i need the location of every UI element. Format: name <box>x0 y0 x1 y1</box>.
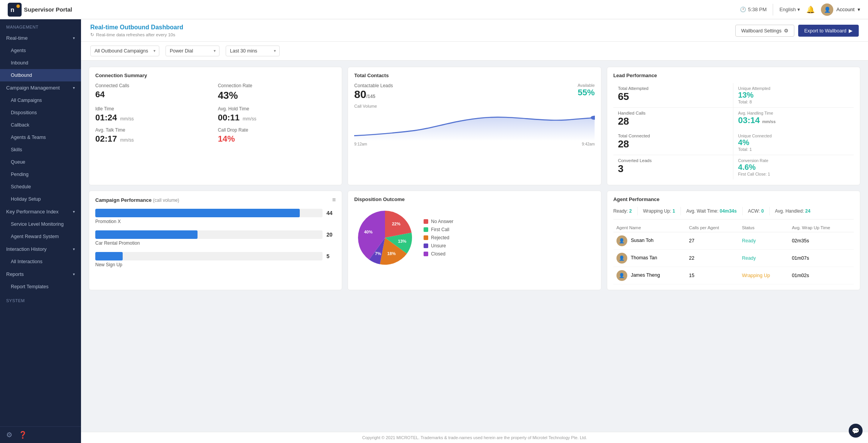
chevron-down-icon: ▾ <box>858 7 860 12</box>
topbar-right: 🕐 5:38 PM English ▾ 🔔 👤 Account ▾ <box>740 3 860 16</box>
sidebar-item-reports[interactable]: Reports ▾ <box>0 268 81 281</box>
campaign-title: Campaign Performance (call volume) <box>95 197 179 203</box>
wallboard-settings-button[interactable]: Wallboard Settings ⚙ <box>735 25 794 37</box>
svg-point-2 <box>17 4 20 8</box>
col-status: Status <box>739 223 789 232</box>
agent-name: Thomas Tan <box>631 255 657 260</box>
legend-item: Closed <box>424 251 453 257</box>
export-label: Export to Wallboard <box>804 28 846 34</box>
unique-attempted-total: Total: 8 <box>738 100 849 104</box>
topbar-left: n Supervisor Portal <box>8 3 72 17</box>
sidebar-item-dispositions[interactable]: Dispositions <box>0 107 81 119</box>
calls-per-agent-cell: 15 <box>686 267 739 284</box>
contactable-info: Contactable Leads 80/145 <box>354 83 393 101</box>
chevron-down-icon: ▾ <box>797 7 800 12</box>
notification-bell[interactable]: 🔔 <box>806 5 815 14</box>
connection-rate-label: Connection Rate <box>218 83 336 88</box>
agent-name: James Theng <box>631 272 660 278</box>
idle-time-item: Idle Time 01:24 mm/ss <box>95 106 213 123</box>
time-value: 5:38 PM <box>748 7 767 12</box>
avg-talk-label: Avg. Talk Time <box>95 127 213 133</box>
legend-item: Unsure <box>424 243 453 249</box>
export-wallboard-button[interactable]: Export to Wallboard ▶ <box>798 25 859 37</box>
sidebar-item-all-interactions[interactable]: All Interactions <box>0 255 81 268</box>
filters-bar: All Outbound Campaigns Power Dial Last 3… <box>81 42 868 61</box>
total-contacts-card: Total Contacts Contactable Leads 80/145 … <box>348 67 601 185</box>
agent-stats-row: Ready: 2 Wrapping Up: 1 Avg. Wait Time: … <box>613 207 854 220</box>
sidebar-item-kpi[interactable]: Key Performance Index ▾ <box>0 205 81 218</box>
total-attempted-cell: Total Attempted 65 <box>613 83 734 108</box>
campaign-filter[interactable]: All Outbound Campaigns <box>90 46 159 56</box>
dashboard: Connection Summary Connected Calls 64 Co… <box>81 61 868 432</box>
idle-time-label: Idle Time <box>95 106 213 112</box>
total-connected-cell: Total Connected 28 <box>613 130 734 155</box>
sidebar-item-interaction[interactable]: Interaction History ▾ <box>0 243 81 255</box>
sidebar-item-queue[interactable]: Queue <box>0 156 81 168</box>
unique-connected-pct: 4% <box>738 138 849 147</box>
chart-label: Call Volume <box>354 104 594 108</box>
settings-icon[interactable]: ⚙ <box>6 431 12 439</box>
dial-mode-filter[interactable]: Power Dial <box>165 46 220 56</box>
sidebar-item-agents-teams[interactable]: Agents & Teams <box>0 131 81 144</box>
sidebar-label-agents-teams: Agents & Teams <box>11 135 46 140</box>
col-agent-name: Agent Name <box>613 223 686 232</box>
sidebar-item-campaign-mgmt[interactable]: Campaign Management ▾ <box>0 81 81 94</box>
campaign-bar-item: 5 New Sign Up <box>95 252 336 267</box>
sidebar-item-agent-reward[interactable]: Agent Reward System <box>0 230 81 243</box>
call-volume-chart: Call Volume <box>354 104 594 135</box>
wrapping-stat: Wrapping Up: 1 <box>638 207 681 215</box>
sidebar-item-inbound[interactable]: Inbound <box>0 57 81 69</box>
sidebar-item-skills[interactable]: Skills <box>0 144 81 156</box>
campaign-header: Campaign Performance (call volume) ≡ <box>95 196 336 203</box>
account-button[interactable]: 👤 Account ▾ <box>821 3 860 16</box>
chat-bubble-button[interactable]: 💬 <box>849 424 863 438</box>
status-cell: Ready <box>739 232 789 250</box>
call-drop-item: Call Drop Rate 14% <box>218 127 336 144</box>
dashboard-row-1: Connection Summary Connected Calls 64 Co… <box>89 67 860 185</box>
sidebar-label-queue: Queue <box>11 159 25 165</box>
time-range-filter[interactable]: Last 30 mins <box>226 46 280 56</box>
filter-icon[interactable]: ≡ <box>332 196 336 203</box>
ready-stat: Ready: 2 <box>613 207 638 215</box>
sidebar-item-report-templates[interactable]: Report Templates <box>0 281 81 293</box>
svg-text:22%: 22% <box>392 222 400 226</box>
sidebar-label-all-interactions: All Interactions <box>11 259 42 264</box>
sidebar-label-agent-reward: Agent Reward System <box>11 234 59 239</box>
sidebar-item-slm[interactable]: Service Level Monitoring <box>0 218 81 230</box>
unique-connected-total: Total: 1 <box>738 147 849 152</box>
sidebar-label-realtime: Real-time <box>6 35 28 41</box>
disposition-outcome-card: Disposition Outcome 22%13%18%7%40% No An… <box>348 191 601 290</box>
sidebar-item-agents[interactable]: Agents <box>0 44 81 57</box>
agent-avatar: 👤 <box>616 270 627 281</box>
page-footer: Copyright © 2021 MICROTEL. Trademarks & … <box>81 432 868 443</box>
table-row: 👤 Susan Toh 27 Ready 02m35s <box>613 232 854 250</box>
dashboard-row-2: Campaign Performance (call volume) ≡ 44 … <box>89 191 860 290</box>
table-row: 👤 James Theng 15 Wrapping Up 01m02s <box>613 267 854 284</box>
converted-leads-label: Converted Leads <box>618 158 729 163</box>
status-badge: Ready <box>742 238 756 243</box>
connection-rate-item: Connection Rate 43% <box>218 83 336 101</box>
handled-calls-value: 28 <box>618 115 729 127</box>
sidebar-label-report-templates: Report Templates <box>11 284 49 289</box>
time-range-filter-wrapper: Last 30 mins <box>226 46 280 56</box>
gear-icon: ⚙ <box>784 28 789 34</box>
sidebar-item-pending[interactable]: Pending <box>0 168 81 181</box>
connection-summary-card: Connection Summary Connected Calls 64 Co… <box>89 67 342 185</box>
sidebar-item-outbound[interactable]: Outbound <box>0 69 81 81</box>
sidebar-item-schedule[interactable]: Schedule <box>0 181 81 193</box>
sidebar-item-callback[interactable]: Callback <box>0 119 81 131</box>
campaign-bar-item: 44 Promotion X <box>95 209 336 224</box>
language-selector[interactable]: English ▾ <box>779 7 800 12</box>
page-header-right: Wallboard Settings ⚙ Export to Wallboard… <box>735 25 859 37</box>
calls-per-agent-cell: 27 <box>686 232 739 250</box>
page-title: Real-time Outbound Dashboard <box>90 24 183 31</box>
agent-performance-title: Agent Performance <box>613 196 854 202</box>
sidebar-item-realtime[interactable]: Real-time ▾ <box>0 32 81 44</box>
sidebar-item-holiday[interactable]: Holiday Setup <box>0 193 81 205</box>
chevron-icon: ▾ <box>73 36 75 40</box>
dial-mode-filter-wrapper: Power Dial <box>165 46 220 56</box>
status-cell: Ready <box>739 250 789 267</box>
connected-calls-label: Connected Calls <box>95 83 213 88</box>
help-icon[interactable]: ❓ <box>19 431 27 439</box>
sidebar-item-all-campaigns[interactable]: All Campaigns <box>0 94 81 107</box>
